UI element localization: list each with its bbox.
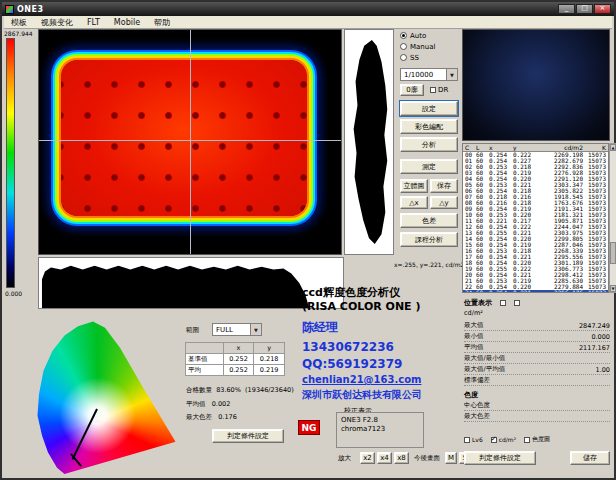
scroll-up-icon[interactable]: ▲ — [610, 144, 616, 151]
cie-chromaticity-diagram — [30, 320, 180, 474]
solid-view-button[interactable]: 立體圖 — [400, 179, 428, 193]
pass-percent: 83.60% — [216, 386, 241, 394]
colorbar-min-label: 0.000 — [5, 290, 22, 297]
range-dropdown[interactable]: FULL ▼ — [212, 323, 262, 336]
screen-mode-label: 今後畫面 — [414, 454, 440, 463]
stat-row: 最大色差 — [464, 411, 610, 422]
vertical-profile-panel — [344, 29, 394, 255]
zoom-x8-button[interactable]: x8 — [394, 452, 409, 464]
ref-y-value: 0.218 — [254, 354, 285, 365]
menu-item-flt[interactable]: FLT — [80, 16, 107, 28]
radio-ss-dot — [400, 54, 407, 61]
vertical-profile-plot — [345, 30, 393, 254]
radio-auto-dot — [400, 32, 407, 39]
maximize-button[interactable]: □ — [576, 4, 593, 14]
zoom-label: 放大 — [338, 454, 351, 463]
position-display-label: 位置表示 — [464, 298, 492, 308]
radio-auto[interactable]: Auto — [400, 30, 458, 41]
stat-row: 平均值2117.167 — [464, 342, 610, 353]
dr-checkbox-box — [430, 87, 436, 93]
cdm2-checkbox[interactable]: cd/m² — [491, 436, 516, 443]
stat-row: 最大值2847.249 — [464, 320, 610, 331]
avg-x-value: 0.252 — [224, 365, 255, 376]
analyze-button[interactable]: 分析 — [400, 137, 458, 152]
store-button[interactable]: 儲存 — [570, 451, 610, 465]
stat-row: 最小值0.000 — [464, 331, 610, 342]
measure-button[interactable]: 測定 — [400, 159, 458, 174]
save-view-button[interactable]: 保存 — [430, 179, 458, 193]
radio-ss[interactable]: SS — [400, 52, 458, 63]
contact-product-model: (RISA COLOR ONE ) — [302, 300, 422, 313]
contact-person: 陈经理 — [302, 319, 422, 336]
thermal-image-view[interactable] — [38, 29, 342, 255]
reference-table: x y 基準值 0.252 0.218 平均 0.252 0.219 — [185, 342, 285, 376]
stats-unit-label: cd/m² — [464, 309, 610, 320]
avg-row-label: 平均 — [186, 365, 224, 376]
delta-x-button[interactable]: △x — [400, 196, 428, 209]
delta-y-button[interactable]: △y — [430, 196, 458, 209]
set-button[interactable]: 設定 — [400, 101, 458, 116]
crosshair-vertical — [190, 30, 191, 254]
ref-row-label: 基準值 — [186, 354, 224, 365]
color-diff-button[interactable]: 色差 — [400, 213, 458, 228]
maxdiff-value: 0.176 — [218, 413, 237, 421]
dr-checkbox[interactable]: DR — [430, 86, 448, 94]
palette-button[interactable]: 彩色編配 — [400, 119, 458, 134]
ng-status-badge: NG — [298, 420, 320, 435]
scrollbar-thumb[interactable] — [610, 242, 616, 264]
range-label: 範圍 — [186, 326, 199, 335]
minimize-button[interactable]: _ — [558, 4, 575, 14]
maxdiff-line: 最大色差 0.176 — [186, 413, 237, 422]
zoom-x4-button[interactable]: x4 — [377, 452, 392, 464]
horizontal-profile-plot — [39, 258, 343, 308]
menu-item-help[interactable]: 帮助 — [147, 16, 177, 28]
judge-condition-button-left[interactable]: 判定條件設定 — [212, 429, 284, 443]
mean-line: 平均值 0.002 — [186, 400, 230, 409]
calibration-line2: chroma7123 — [341, 425, 419, 434]
position-option-checkbox-1[interactable] — [500, 300, 506, 306]
ref-col-x: x — [224, 343, 255, 354]
app-window: ONE3 _ □ × 模板 视频变化 FLT Mobile 帮助 2867.94… — [0, 0, 616, 480]
radio-manual-dot — [400, 43, 407, 50]
window-title: ONE3 — [17, 5, 44, 14]
mean-value: 0.002 — [212, 400, 231, 408]
lv6-checkbox[interactable]: Lv6 — [464, 436, 483, 443]
screen-m-button[interactable]: M — [445, 452, 457, 464]
table-row[interactable]: 34600.2540.2212256.17615073 — [463, 290, 608, 293]
scroll-down-icon[interactable]: ▼ — [610, 285, 616, 292]
chevron-down-icon: ▼ — [250, 324, 261, 335]
measurement-table-rows: 00600.2540.2222269.1981507301600.2540.22… — [463, 152, 608, 293]
judge-condition-button-right[interactable]: 判定條件設定 — [464, 451, 536, 465]
contact-qq: QQ:569192379 — [302, 357, 422, 371]
scale-dropdown[interactable]: 1/10000 ▼ — [400, 68, 458, 81]
display-options-row: Lv6 cd/m² 色度圖 — [464, 435, 550, 444]
chroma-stats-list: 中心色度最大色差 — [464, 400, 610, 422]
menu-item-video-change[interactable]: 视频变化 — [34, 16, 80, 28]
menu-item-mobile[interactable]: Mobile — [107, 16, 147, 28]
stat-row: 標準偏差 — [464, 375, 610, 386]
chroma-map-checkbox[interactable]: 色度圖 — [524, 435, 550, 444]
ref-col-y: y — [254, 343, 285, 354]
ref-x-value: 0.252 — [224, 354, 255, 365]
colorbar-max-label: 2867.944 — [4, 30, 33, 37]
contact-company: 深圳市跃创达科技有限公司 — [302, 388, 422, 402]
contact-overlay: ccd辉度色度分析仪 (RISA COLOR ONE ) 陈经理 1343067… — [302, 285, 422, 402]
avg-y-value: 0.219 — [254, 365, 285, 376]
zoom-x2-button[interactable]: x2 — [360, 452, 375, 464]
measurement-table: C L x y cd/m2 K 00600.2540.2222269.19815… — [462, 143, 609, 293]
radio-manual[interactable]: Manual — [400, 41, 458, 52]
close-button[interactable]: × — [594, 4, 611, 14]
contact-product-name: ccd辉度色度分析仪 — [302, 285, 422, 300]
chroma-section-label: 色度 — [464, 390, 610, 400]
position-option-checkbox-2[interactable] — [514, 300, 520, 306]
app-icon — [5, 5, 14, 14]
table-scrollbar[interactable]: ▲ ▼ — [609, 143, 616, 293]
stat-row: 最大值/最小值 — [464, 353, 610, 364]
contour-button[interactable]: 0廓 — [400, 84, 424, 96]
menu-item-template[interactable]: 模板 — [4, 16, 34, 28]
course-analysis-button[interactable]: 課程分析 — [400, 232, 458, 247]
position-stats-panel: 位置表示 cd/m² 最大值2847.249最小值0.000平均值2117.16… — [464, 297, 610, 422]
calibration-box: ONE3 F2.8 chroma7123 — [336, 412, 424, 448]
table-header: C L x y cd/m2 K — [463, 144, 608, 152]
horizontal-profile-panel — [38, 257, 344, 309]
